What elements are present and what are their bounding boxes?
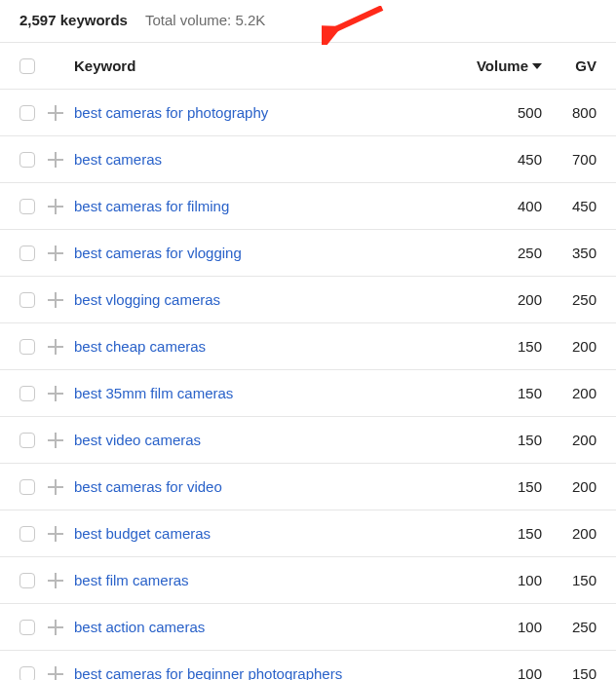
- expand-icon[interactable]: [47, 432, 64, 449]
- column-header-keyword[interactable]: Keyword: [74, 57, 464, 74]
- expand-icon[interactable]: [47, 104, 64, 122]
- column-header-volume-label: Volume: [477, 57, 528, 74]
- volume-cell: 100: [464, 619, 542, 635]
- row-checkbox[interactable]: [19, 666, 35, 681]
- expand-icon[interactable]: [47, 665, 64, 681]
- row-checkbox[interactable]: [19, 339, 35, 355]
- table-row: best cameras for photography500800: [0, 89, 616, 135]
- row-checkbox[interactable]: [19, 433, 35, 448]
- keyword-link[interactable]: best cameras for beginner photographers: [74, 665, 342, 680]
- gv-cell: 150: [542, 665, 597, 680]
- gv-cell: 200: [542, 478, 597, 495]
- keyword-link[interactable]: best action cameras: [74, 619, 205, 635]
- table-row: best vlogging cameras200250: [0, 276, 616, 322]
- keyword-link[interactable]: best cameras for video: [74, 478, 222, 495]
- table-row: best 35mm film cameras150200: [0, 369, 616, 416]
- expand-icon[interactable]: [47, 525, 64, 543]
- gv-cell: 450: [542, 198, 597, 214]
- volume-cell: 100: [464, 665, 542, 680]
- gv-cell: 700: [542, 151, 597, 168]
- keyword-link[interactable]: best vlogging cameras: [74, 291, 220, 308]
- table-row: best budget cameras150200: [0, 510, 616, 556]
- select-all-checkbox[interactable]: [19, 58, 35, 74]
- annotation-arrow-icon: [322, 6, 390, 45]
- volume-cell: 450: [464, 151, 542, 168]
- expand-icon[interactable]: [47, 151, 64, 169]
- sort-desc-icon: [532, 63, 542, 69]
- table-body: best cameras for photography500800best c…: [0, 89, 616, 680]
- volume-cell: 250: [464, 245, 542, 261]
- expand-icon[interactable]: [47, 198, 64, 215]
- table-row: best video cameras150200: [0, 416, 616, 463]
- volume-cell: 150: [464, 432, 542, 448]
- summary-bar: 2,597 keywords Total volume: 5.2K: [0, 0, 616, 42]
- gv-cell: 800: [542, 104, 597, 121]
- column-header-gv[interactable]: GV: [542, 57, 597, 74]
- volume-cell: 150: [464, 525, 542, 542]
- table-row: best cameras for filming400450: [0, 182, 616, 229]
- gv-cell: 200: [542, 385, 597, 401]
- gv-cell: 200: [542, 338, 597, 355]
- expand-icon[interactable]: [47, 291, 64, 309]
- keyword-link[interactable]: best film cameras: [74, 572, 189, 588]
- row-checkbox[interactable]: [19, 152, 35, 168]
- expand-icon[interactable]: [47, 385, 64, 402]
- gv-cell: 250: [542, 619, 597, 635]
- total-volume: Total volume: 5.2K: [145, 12, 265, 28]
- row-checkbox[interactable]: [19, 526, 35, 542]
- volume-cell: 150: [464, 385, 542, 401]
- row-checkbox[interactable]: [19, 479, 35, 495]
- gv-cell: 250: [542, 291, 597, 308]
- volume-cell: 200: [464, 291, 542, 308]
- expand-icon[interactable]: [47, 619, 64, 636]
- volume-cell: 150: [464, 338, 542, 355]
- gv-cell: 200: [542, 525, 597, 542]
- row-checkbox[interactable]: [19, 292, 35, 308]
- table-header: Keyword Volume GV: [0, 42, 616, 89]
- row-checkbox[interactable]: [19, 573, 35, 588]
- svg-line-0: [331, 8, 382, 31]
- keyword-link[interactable]: best cameras for filming: [74, 198, 229, 214]
- row-checkbox[interactable]: [19, 105, 35, 121]
- keyword-link[interactable]: best cameras for vlogging: [74, 245, 242, 261]
- expand-icon[interactable]: [47, 338, 64, 356]
- volume-cell: 500: [464, 104, 542, 121]
- keyword-link[interactable]: best cameras: [74, 151, 162, 168]
- gv-cell: 350: [542, 245, 597, 261]
- keyword-link[interactable]: best cheap cameras: [74, 338, 206, 355]
- table-row: best cameras for video150200: [0, 463, 616, 510]
- gv-cell: 200: [542, 432, 597, 448]
- expand-icon[interactable]: [47, 478, 64, 496]
- table-row: best cameras450700: [0, 135, 616, 182]
- gv-cell: 150: [542, 572, 597, 588]
- column-header-volume[interactable]: Volume: [477, 57, 542, 74]
- row-checkbox[interactable]: [19, 386, 35, 401]
- volume-cell: 150: [464, 478, 542, 495]
- keyword-link[interactable]: best video cameras: [74, 432, 201, 448]
- expand-icon[interactable]: [47, 572, 64, 589]
- table-row: best action cameras100250: [0, 603, 616, 650]
- row-checkbox[interactable]: [19, 199, 35, 214]
- keyword-link[interactable]: best budget cameras: [74, 525, 211, 542]
- keyword-link[interactable]: best 35mm film cameras: [74, 385, 233, 401]
- row-checkbox[interactable]: [19, 246, 35, 261]
- volume-cell: 100: [464, 572, 542, 588]
- volume-cell: 400: [464, 198, 542, 214]
- expand-icon[interactable]: [47, 245, 64, 262]
- keyword-link[interactable]: best cameras for photography: [74, 104, 268, 121]
- table-row: best film cameras100150: [0, 556, 616, 603]
- keyword-count: 2,597 keywords: [19, 12, 128, 28]
- table-row: best cameras for vlogging250350: [0, 229, 616, 276]
- table-row: best cameras for beginner photographers1…: [0, 650, 616, 680]
- table-row: best cheap cameras150200: [0, 322, 616, 369]
- row-checkbox[interactable]: [19, 620, 35, 635]
